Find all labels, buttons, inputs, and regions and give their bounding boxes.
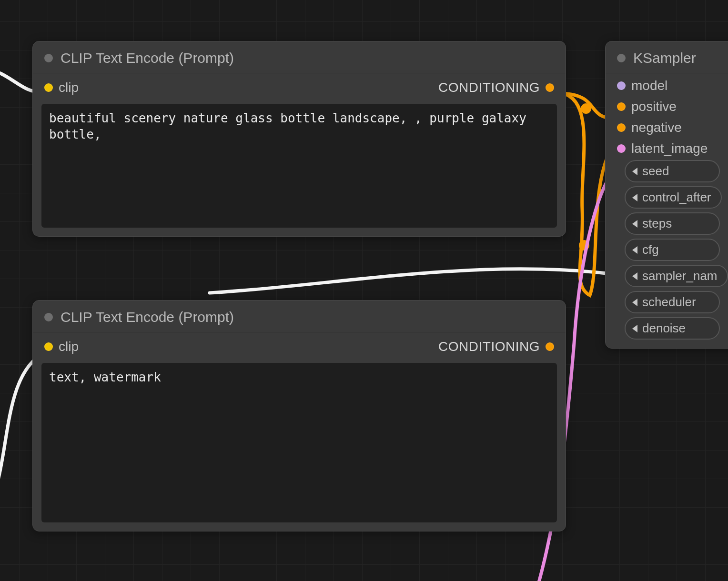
port-label: CONDITIONING xyxy=(438,80,540,95)
inputs-column: model positive negative latent_image xyxy=(606,73,728,156)
ports-row: clip CONDITIONING xyxy=(33,73,566,100)
input-port-positive[interactable]: positive xyxy=(617,99,728,114)
param-label: sampler_nam xyxy=(642,269,718,283)
node-clip-text-encode-2[interactable]: CLIP Text Encode (Prompt) clip CONDITION… xyxy=(32,300,566,531)
port-dot-icon[interactable] xyxy=(44,342,53,351)
prompt-text-input[interactable]: text, watermark xyxy=(41,363,557,522)
chevron-left-icon xyxy=(632,272,637,280)
chevron-left-icon xyxy=(632,299,637,306)
param-label: seed xyxy=(642,164,669,179)
input-port-negative[interactable]: negative xyxy=(617,120,728,135)
port-dot-icon[interactable] xyxy=(546,83,554,92)
port-label: negative xyxy=(631,120,682,135)
chevron-left-icon xyxy=(632,168,637,175)
chevron-left-icon xyxy=(632,220,637,228)
port-label: clip xyxy=(59,339,79,354)
input-port-latent-image[interactable]: latent_image xyxy=(617,141,728,156)
port-dot-icon[interactable] xyxy=(617,144,626,153)
collapse-toggle-icon[interactable] xyxy=(617,54,626,62)
param-sampler-name[interactable]: sampler_nam xyxy=(625,265,728,287)
port-label: latent_image xyxy=(631,141,708,156)
param-steps[interactable]: steps xyxy=(625,212,720,235)
port-label: CONDITIONING xyxy=(438,339,540,354)
port-label: clip xyxy=(59,80,79,95)
port-label: positive xyxy=(631,99,677,114)
param-label: steps xyxy=(642,216,672,231)
input-port-model[interactable]: model xyxy=(617,78,728,93)
input-port-clip[interactable]: clip xyxy=(44,339,79,354)
port-dot-icon[interactable] xyxy=(617,102,626,111)
chevron-left-icon xyxy=(632,246,637,254)
node-ksampler[interactable]: KSampler model positive negative latent_… xyxy=(605,41,728,349)
port-dot-icon[interactable] xyxy=(617,81,626,90)
node-header[interactable]: CLIP Text Encode (Prompt) xyxy=(33,41,566,73)
input-port-clip[interactable]: clip xyxy=(44,80,79,95)
output-port-conditioning[interactable]: CONDITIONING xyxy=(438,339,554,354)
collapse-toggle-icon[interactable] xyxy=(44,313,53,321)
port-dot-icon[interactable] xyxy=(44,83,53,92)
param-denoise[interactable]: denoise xyxy=(625,317,720,340)
param-control-after[interactable]: control_after xyxy=(625,186,722,209)
ports-row: clip CONDITIONING xyxy=(33,332,566,359)
collapse-toggle-icon[interactable] xyxy=(44,54,53,62)
param-scheduler[interactable]: scheduler xyxy=(625,291,720,313)
param-label: scheduler xyxy=(642,295,696,310)
node-clip-text-encode-1[interactable]: CLIP Text Encode (Prompt) clip CONDITION… xyxy=(32,41,566,237)
node-header[interactable]: CLIP Text Encode (Prompt) xyxy=(33,301,566,332)
chevron-left-icon xyxy=(632,194,637,201)
output-port-conditioning[interactable]: CONDITIONING xyxy=(438,80,554,95)
params-column: seed control_after steps cfg sampler_nam… xyxy=(606,156,728,348)
node-title: KSampler xyxy=(633,50,696,66)
port-label: model xyxy=(631,78,667,93)
prompt-text-input[interactable]: beautiful scenery nature glass bottle la… xyxy=(41,104,557,228)
param-label: cfg xyxy=(642,242,659,257)
param-cfg[interactable]: cfg xyxy=(625,239,720,261)
param-label: control_after xyxy=(642,190,711,205)
param-label: denoise xyxy=(642,321,686,336)
port-dot-icon[interactable] xyxy=(546,342,554,351)
node-header[interactable]: KSampler xyxy=(606,41,728,73)
chevron-left-icon xyxy=(632,325,637,332)
node-title: CLIP Text Encode (Prompt) xyxy=(61,50,234,66)
node-title: CLIP Text Encode (Prompt) xyxy=(61,309,234,325)
port-dot-icon[interactable] xyxy=(617,123,626,132)
param-seed[interactable]: seed xyxy=(625,160,720,182)
